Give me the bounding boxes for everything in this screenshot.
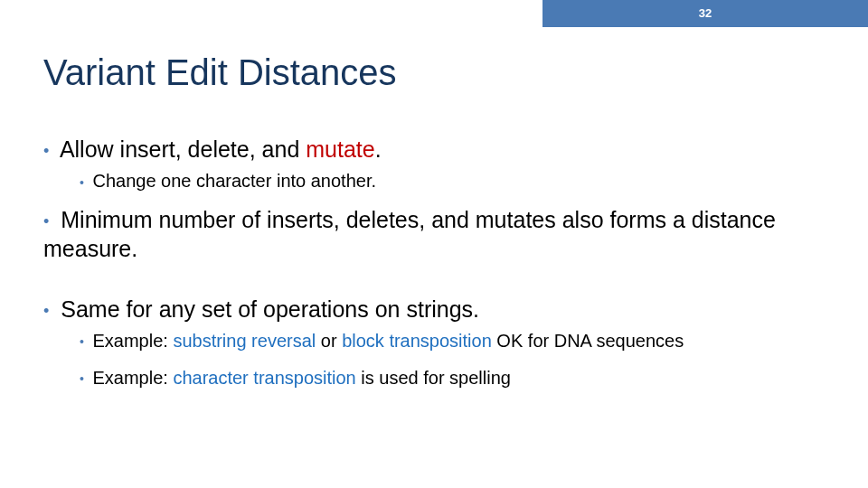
subbullet-example-spelling: • Example: character transposition is us… [80,366,825,390]
bullet-allow-mutate: • Allow insert, delete, and mutate. [43,136,825,164]
text: OK for DNA sequences [492,331,684,351]
text: Allow insert, delete, and [60,136,306,162]
slide-number: 32 [699,6,712,20]
text: Same for any set of operations on string… [61,296,479,322]
text: Minimum number of inserts, deletes, and … [43,207,776,260]
bullet-icon: • [43,212,49,230]
text: . [375,136,382,162]
text-blue: substring reversal [173,331,316,351]
text-red: mutate [306,136,374,162]
text: Example: [92,368,173,388]
text: Change one character into another. [92,171,376,191]
text: is used for spelling [356,368,511,388]
text: or [316,331,342,351]
slide-body: • Allow insert, delete, and mutate. • Ch… [43,136,825,403]
subbullet-example-dna: • Example: substring reversal or block t… [80,329,825,353]
text-blue: character transposition [173,368,355,388]
subbullet-change-char: • Change one character into another. [80,169,825,193]
text: Example: [92,331,173,351]
bullet-icon: • [43,142,49,160]
text-blue: block transposition [342,331,492,351]
bullet-icon: • [80,334,84,349]
bullet-minimum-distance: • Minimum number of inserts, deletes, an… [43,206,825,263]
bullet-icon: • [80,371,84,386]
bullet-icon: • [43,302,49,320]
bullet-icon: • [80,175,84,190]
slide-title: Variant Edit Distances [43,52,397,93]
bullet-any-operations: • Same for any set of operations on stri… [43,296,825,324]
slide-number-banner: 32 [542,0,868,27]
spacer [43,268,825,296]
